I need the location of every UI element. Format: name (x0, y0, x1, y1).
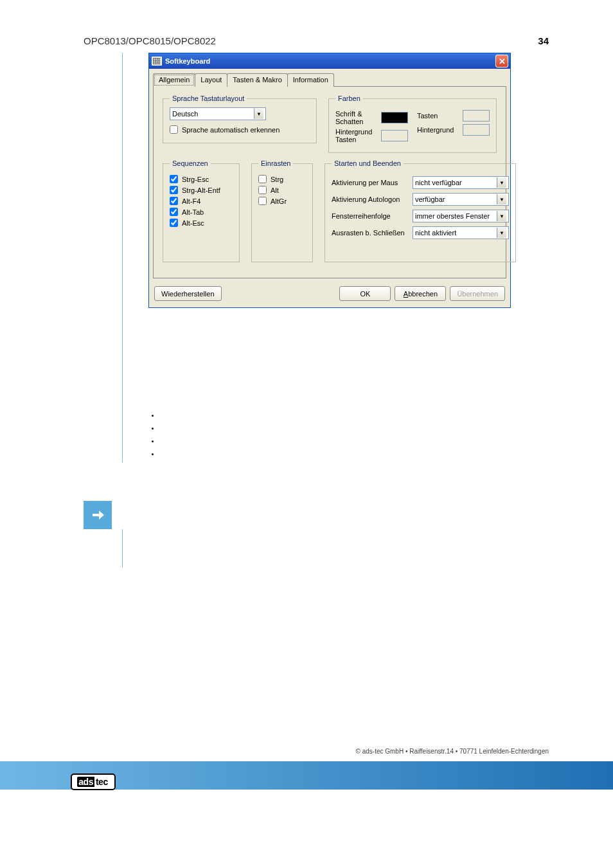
seq-strg-esc[interactable]: Strg-Esc (170, 175, 233, 183)
apply-button: Übernehmen (450, 286, 505, 301)
group-sequenzen: Sequenzen Strg-Esc Strg-Alt-Entf Alt-F4 … (163, 159, 240, 262)
chevron-down-icon: ▼ (497, 194, 506, 204)
color-swatch-hg-tasten[interactable] (381, 130, 408, 141)
titlebar: Softkeyboard ✕ (149, 53, 510, 69)
seq-alt-f4-input[interactable] (170, 197, 178, 205)
ein-strg[interactable]: Strg (258, 175, 306, 183)
group-sprache: Sprache Tastaturlayout Deutsch ▼ Sprache… (163, 95, 317, 143)
window-title: Softkeyboard (165, 57, 210, 65)
bullet-list (148, 411, 581, 462)
sb-autologon-select[interactable]: verfügbar ▼ (413, 193, 509, 206)
adstec-logo: adstec (71, 773, 116, 790)
button-bar: Wiederherstellen OK Abbrechen Übernehmen (149, 282, 510, 307)
keyboard-icon (152, 57, 162, 66)
bullet-item (160, 411, 581, 424)
legend-sequenzen: Sequenzen (170, 159, 211, 167)
logo-part-b: tec (94, 777, 109, 787)
footer-copyright: © ads-tec GmbH • Raiffeisenstr.14 • 7077… (0, 748, 613, 755)
color-swatch-schrift[interactable] (381, 112, 408, 123)
restore-button[interactable]: Wiederherstellen (154, 286, 222, 301)
seq-alt-tab-input[interactable] (170, 208, 178, 216)
seq-strg-esc-input[interactable] (170, 175, 178, 183)
seq-strg-esc-label: Strg-Esc (182, 176, 209, 183)
sb-fenster-select[interactable]: immer oberstes Fenster ▼ (413, 210, 509, 222)
tab-tasten-makro[interactable]: Tasten & Makro (227, 73, 287, 87)
chevron-down-icon: ▼ (254, 109, 263, 119)
seq-alt-f4-label: Alt-F4 (182, 197, 200, 205)
ein-alt-label: Alt (271, 186, 279, 194)
sb-maus-select[interactable]: nicht verfügbar ▼ (413, 176, 509, 189)
group-starten-beenden: Starten und Beenden Aktivierung per Maus… (324, 159, 516, 262)
seq-strg-alt-entf-label: Strg-Alt-Entf (182, 186, 220, 194)
language-value: Deutsch (172, 110, 198, 118)
language-select[interactable]: Deutsch ▼ (170, 107, 266, 120)
sb-maus-label: Aktivierung per Maus (332, 179, 407, 186)
tab-layout[interactable]: Layout (195, 73, 227, 87)
legend-farben: Farben (335, 95, 363, 102)
ein-alt[interactable]: Alt (258, 186, 306, 194)
doc-header-left: OPC8013/OPC8015/OPC8022 (84, 35, 216, 46)
close-icon[interactable]: ✕ (495, 55, 508, 68)
sb-ausrasten-value: nicht aktiviert (415, 229, 456, 237)
ein-altgr[interactable]: AltGr (258, 197, 306, 205)
legend-einrasten: Einrasten (258, 159, 293, 167)
group-farben: Farben Schrift & Schatten Hintergrund Ta… (328, 95, 497, 153)
chevron-down-icon: ▼ (497, 177, 506, 188)
bullet-item (160, 449, 581, 462)
sb-fenster-label: Fensterreihenfolge (332, 212, 407, 220)
auto-detect-label: Sprache automatisch erkennen (182, 126, 280, 134)
sb-ausrasten-label: Ausrasten b. Schließen (332, 229, 407, 237)
color-label-hg-tasten: Hintergrund Tasten (335, 128, 381, 143)
seq-alt-f4[interactable]: Alt-F4 (170, 197, 233, 205)
ein-alt-input[interactable] (258, 186, 267, 194)
sb-autologon-value: verfügbar (415, 195, 445, 203)
color-label-schrift: Schrift & Schatten (335, 110, 381, 125)
seq-alt-tab-label: Alt-Tab (182, 208, 204, 216)
seq-strg-alt-entf-input[interactable] (170, 186, 178, 194)
ein-strg-label: Strg (271, 176, 283, 183)
seq-alt-tab[interactable]: Alt-Tab (170, 208, 233, 216)
softkeyboard-window: Softkeyboard ✕ Allgemein Layout Tasten &… (148, 53, 511, 308)
bullet-item (160, 424, 581, 437)
logo-part-a: ads (77, 777, 94, 787)
sb-fenster-value: immer oberstes Fenster (415, 212, 490, 220)
color-label-tasten: Tasten (417, 112, 463, 120)
legend-starten-beenden: Starten und Beenden (332, 159, 404, 167)
ein-altgr-input[interactable] (258, 197, 267, 205)
sb-maus-value: nicht verfügbar (415, 179, 462, 186)
sb-autologon-label: Aktivierung Autologon (332, 195, 407, 203)
group-einrasten: Einrasten Strg Alt AltGr (251, 159, 313, 262)
seq-strg-alt-entf[interactable]: Strg-Alt-Entf (170, 186, 233, 194)
legend-sprache: Sprache Tastaturlayout (170, 95, 247, 102)
ein-strg-input[interactable] (258, 175, 267, 183)
seq-alt-esc-label: Alt-Esc (182, 219, 204, 227)
chevron-down-icon: ▼ (497, 211, 506, 221)
cancel-label: Abbrechen (404, 290, 438, 298)
tabpanel-allgemein: Sprache Tastaturlayout Deutsch ▼ Sprache… (153, 86, 506, 278)
color-swatch-tasten[interactable] (463, 110, 490, 122)
tab-allgemein[interactable]: Allgemein (153, 73, 195, 87)
seq-alt-esc-input[interactable] (170, 219, 178, 227)
cancel-button[interactable]: Abbrechen (395, 286, 446, 301)
tab-strip: Allgemein Layout Tasten & Makro Informat… (149, 69, 510, 86)
page-number: 34 (538, 35, 549, 46)
tab-information[interactable]: Information (287, 73, 334, 87)
ok-button[interactable]: OK (339, 286, 391, 301)
ein-altgr-label: AltGr (271, 197, 287, 205)
color-swatch-hg[interactable] (463, 124, 490, 136)
auto-detect-input[interactable] (170, 125, 178, 134)
seq-alt-esc[interactable]: Alt-Esc (170, 219, 233, 227)
auto-detect-checkbox[interactable]: Sprache automatisch erkennen (170, 125, 310, 134)
bullet-item (160, 437, 581, 449)
sb-ausrasten-select[interactable]: nicht aktiviert ▼ (413, 226, 509, 239)
arrow-right-icon (84, 501, 112, 529)
chevron-down-icon: ▼ (497, 228, 506, 238)
color-label-hg: Hintergrund (417, 126, 463, 134)
